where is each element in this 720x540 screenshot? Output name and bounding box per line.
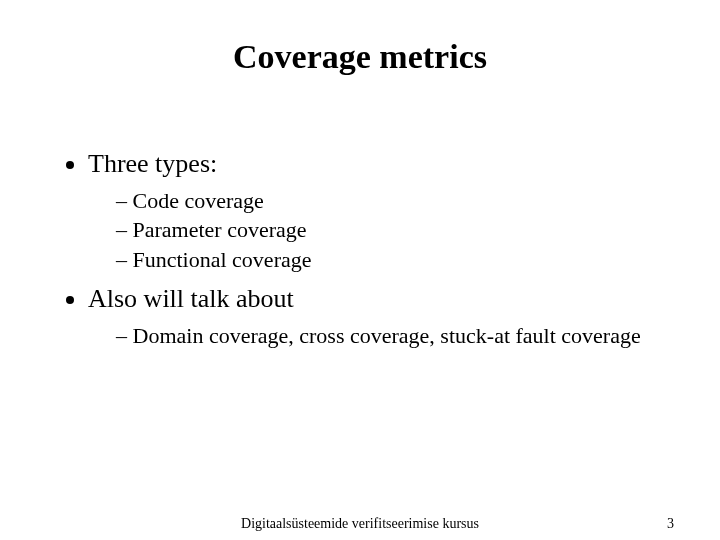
- bullet-item-2-label: Also will talk about: [88, 284, 294, 313]
- sub-bullet-list-1: Code coverage Parameter coverage Functio…: [88, 187, 660, 274]
- bullet-item-1: Three types: Code coverage Parameter cov…: [88, 148, 660, 273]
- sub-bullet-1a: Code coverage: [116, 187, 660, 215]
- slide-body: Three types: Code coverage Parameter cov…: [60, 140, 660, 359]
- slide: Coverage metrics Three types: Code cover…: [0, 0, 720, 540]
- sub-bullet-1b: Parameter coverage: [116, 216, 660, 244]
- sub-bullet-1c: Functional coverage: [116, 246, 660, 274]
- sub-bullet-2a: Domain coverage, cross coverage, stuck-a…: [116, 322, 660, 350]
- page-number: 3: [667, 516, 674, 532]
- bullet-list: Three types: Code coverage Parameter cov…: [60, 148, 660, 349]
- bullet-item-2: Also will talk about Domain coverage, cr…: [88, 283, 660, 349]
- slide-title: Coverage metrics: [0, 38, 720, 76]
- bullet-item-1-label: Three types:: [88, 149, 217, 178]
- sub-bullet-list-2: Domain coverage, cross coverage, stuck-a…: [88, 322, 660, 350]
- footer-center-text: Digitaalsüsteemide verifitseerimise kurs…: [0, 516, 720, 532]
